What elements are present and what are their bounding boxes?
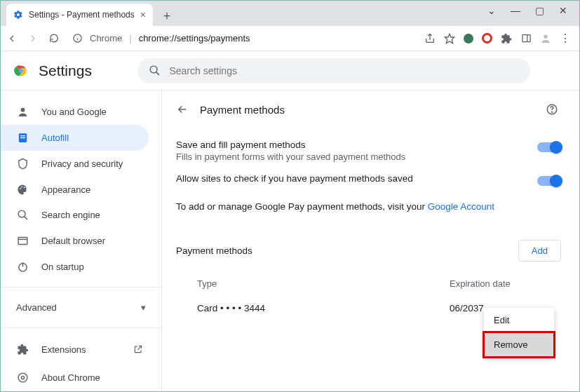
sidebar-item-label: Autofill bbox=[41, 133, 69, 143]
chrome-icon bbox=[16, 372, 29, 384]
sidebar-item-appearance[interactable]: Appearance bbox=[1, 177, 149, 203]
kebab-icon[interactable]: ⋮ bbox=[560, 33, 571, 44]
help-icon[interactable] bbox=[546, 103, 558, 116]
svg-point-13 bbox=[20, 108, 25, 112]
browser-toolbar: Chrome | chrome://settings/payments ⋮ bbox=[1, 26, 579, 51]
url-path: chrome://settings/payments bbox=[139, 33, 250, 43]
browser-tab[interactable]: Settings - Payment methods × bbox=[6, 4, 153, 26]
browser-icon bbox=[16, 235, 29, 247]
sidebar-item-label: Extensions bbox=[41, 344, 86, 355]
svg-point-11 bbox=[151, 66, 158, 73]
svg-rect-16 bbox=[20, 137, 25, 138]
svg-point-6 bbox=[544, 34, 547, 38]
sidebar-item-extensions[interactable]: Extensions bbox=[1, 335, 149, 363]
sidebar-item-you-and-google[interactable]: You and Google bbox=[1, 99, 149, 125]
content: Payment methods Save and fill payment me… bbox=[162, 90, 579, 391]
sidebar-advanced[interactable]: Advanced ▾ bbox=[1, 295, 161, 320]
star-icon[interactable] bbox=[444, 33, 455, 44]
chrome-logo-icon bbox=[13, 63, 29, 79]
card-type: Card • • • • 3444 bbox=[197, 303, 450, 313]
pm-header: Payment methods bbox=[176, 245, 252, 256]
app-header: Settings bbox=[1, 51, 579, 90]
minimize-icon[interactable]: — bbox=[509, 5, 522, 16]
svg-point-10 bbox=[20, 69, 22, 72]
setting-title: Allow sites to check if you have payment… bbox=[176, 173, 413, 184]
puzzle-icon bbox=[16, 344, 29, 356]
settings-search[interactable] bbox=[137, 58, 530, 83]
reload-icon[interactable] bbox=[48, 33, 60, 44]
toggle-allow-check[interactable] bbox=[537, 176, 561, 186]
svg-line-12 bbox=[156, 72, 159, 75]
extension-icon[interactable] bbox=[464, 34, 473, 43]
svg-point-19 bbox=[23, 187, 25, 188]
col-exp: Expiration date bbox=[450, 278, 511, 289]
window-controls: ⌄ — ▢ ✕ bbox=[476, 1, 579, 20]
page-title: Payment methods bbox=[200, 104, 285, 116]
sidebar-item-label: Privacy and security bbox=[41, 158, 123, 169]
google-pay-text: To add or manage Google Pay payment meth… bbox=[176, 201, 561, 212]
svg-point-18 bbox=[21, 186, 22, 187]
extension-icon[interactable] bbox=[482, 33, 492, 43]
sidebar-item-search-engine[interactable]: Search engine bbox=[1, 203, 149, 229]
setting-title: Save and fill payment methods bbox=[176, 140, 405, 150]
col-type: Type bbox=[197, 278, 450, 289]
shield-icon bbox=[16, 158, 29, 170]
svg-point-17 bbox=[20, 188, 21, 189]
autofill-icon bbox=[16, 132, 29, 144]
svg-rect-4 bbox=[522, 35, 530, 42]
url-label: Chrome bbox=[90, 33, 122, 43]
svg-rect-15 bbox=[20, 135, 25, 136]
chevron-down-icon[interactable]: ⌄ bbox=[485, 5, 498, 16]
google-account-link[interactable]: Google Account bbox=[428, 201, 494, 212]
share-icon[interactable] bbox=[424, 33, 436, 44]
open-external-icon bbox=[133, 344, 143, 354]
search-icon bbox=[16, 209, 29, 221]
setting-save-fill: Save and fill payment methods Fills in p… bbox=[176, 134, 561, 168]
puzzle-icon[interactable] bbox=[501, 33, 512, 44]
back-arrow-icon[interactable] bbox=[176, 103, 189, 116]
menu-edit[interactable]: Edit bbox=[484, 308, 554, 332]
sidebar-item-label: Default browser bbox=[41, 236, 105, 246]
close-tab-icon[interactable]: × bbox=[140, 9, 146, 20]
tab-title: Settings - Payment methods bbox=[29, 10, 135, 20]
setting-allow-check: Allow sites to check if you have payment… bbox=[176, 168, 561, 191]
sidebar-item-on-startup[interactable]: On startup bbox=[1, 254, 149, 280]
search-input[interactable] bbox=[169, 65, 519, 76]
svg-point-26 bbox=[18, 373, 27, 382]
address-bar[interactable]: Chrome | chrome://settings/payments bbox=[68, 33, 416, 43]
svg-marker-3 bbox=[445, 34, 454, 43]
toggle-save-fill[interactable] bbox=[537, 142, 561, 152]
profile-icon[interactable] bbox=[540, 33, 551, 44]
add-button[interactable]: Add bbox=[518, 240, 561, 262]
gp-prefix: To add or manage Google Pay payment meth… bbox=[176, 201, 428, 212]
power-icon bbox=[16, 261, 29, 273]
sidebar: You and Google Autofill Privacy and secu… bbox=[1, 90, 162, 391]
sidebar-item-autofill[interactable]: Autofill bbox=[1, 125, 149, 151]
sidepanel-icon[interactable] bbox=[520, 33, 532, 44]
card-context-menu: Edit Remove bbox=[484, 308, 554, 357]
sidebar-item-default-browser[interactable]: Default browser bbox=[1, 228, 149, 254]
back-icon[interactable] bbox=[6, 33, 18, 44]
sidebar-item-label: Appearance bbox=[41, 184, 90, 195]
sidebar-item-label: About Chrome bbox=[41, 372, 100, 383]
sidebar-item-label: You and Google bbox=[41, 107, 107, 117]
gear-icon bbox=[13, 10, 23, 20]
svg-rect-22 bbox=[18, 238, 27, 245]
maximize-icon[interactable]: ▢ bbox=[533, 5, 546, 16]
search-icon bbox=[149, 65, 161, 76]
close-window-icon[interactable]: ✕ bbox=[557, 5, 569, 16]
person-icon bbox=[16, 106, 29, 118]
sidebar-item-privacy[interactable]: Privacy and security bbox=[1, 151, 149, 177]
new-tab-button[interactable]: + bbox=[157, 6, 177, 26]
svg-line-21 bbox=[24, 217, 27, 219]
menu-remove[interactable]: Remove bbox=[484, 332, 554, 357]
info-icon bbox=[72, 33, 83, 43]
palette-icon bbox=[16, 184, 29, 196]
sidebar-item-label: Search engine bbox=[41, 210, 100, 220]
window-titlebar: Settings - Payment methods × + ⌄ — ▢ ✕ bbox=[1, 1, 579, 26]
sidebar-item-about[interactable]: About Chrome bbox=[1, 363, 149, 391]
svg-point-27 bbox=[21, 376, 24, 379]
advanced-label: Advanced bbox=[16, 302, 57, 313]
chevron-down-icon: ▾ bbox=[141, 302, 146, 313]
card-exp: 06/2037 bbox=[450, 303, 484, 313]
